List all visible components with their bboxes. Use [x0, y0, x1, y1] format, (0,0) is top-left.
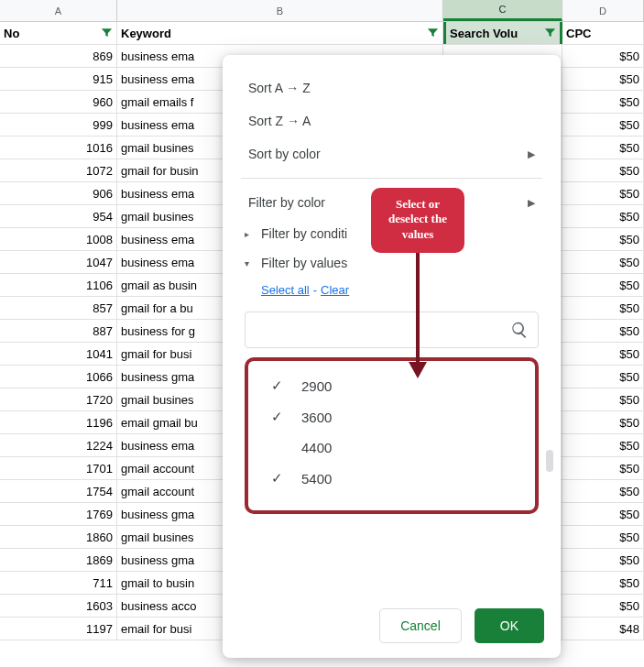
sort-za[interactable]: Sort Z → A — [223, 104, 561, 137]
cell-no[interactable]: 1720 — [0, 388, 117, 410]
cell-no[interactable]: 906 — [0, 182, 117, 204]
header-keyword: Keyword — [117, 22, 443, 44]
cell-cpc[interactable]: $50 — [562, 549, 644, 571]
filter-dropdown: Sort A → Z Sort Z → A Sort by color ▶ Fi… — [223, 55, 561, 658]
filter-by-values[interactable]: ▾ Filter by values — [223, 248, 561, 278]
cell-cpc[interactable]: $50 — [562, 411, 644, 433]
cell-no[interactable]: 1196 — [0, 411, 117, 433]
header-label: Keyword — [121, 27, 171, 40]
submenu-arrow-icon: ▶ — [528, 148, 535, 160]
cell-no[interactable]: 711 — [0, 572, 117, 594]
header-row: No Keyword Search Volu CPC — [0, 22, 644, 45]
colhead-d[interactable]: D — [562, 0, 644, 21]
cell-cpc[interactable]: $50 — [562, 366, 644, 388]
filter-value-item[interactable]: ✓2900 — [256, 370, 528, 401]
menu-label: Filter by conditi — [261, 226, 347, 241]
cell-cpc[interactable]: $48 — [562, 618, 644, 640]
check-icon: ✓ — [268, 409, 285, 425]
filter-value-label: 5400 — [301, 471, 332, 487]
values-box: ✓2900✓36004400✓5400 — [245, 357, 539, 514]
cell-no[interactable]: 954 — [0, 205, 117, 227]
header-label: CPC — [566, 27, 591, 40]
cell-cpc[interactable]: $50 — [562, 434, 644, 456]
cell-cpc[interactable]: $50 — [562, 137, 644, 159]
cell-no[interactable]: 1224 — [0, 434, 117, 456]
cell-no[interactable]: 1041 — [0, 343, 117, 365]
scrollbar-thumb[interactable] — [546, 450, 553, 472]
cell-no[interactable]: 1701 — [0, 457, 117, 479]
cell-cpc[interactable]: $50 — [562, 228, 644, 250]
cell-cpc[interactable]: $50 — [562, 480, 644, 502]
cell-cpc[interactable]: $50 — [562, 205, 644, 227]
search-icon[interactable] — [510, 321, 529, 339]
cell-no[interactable]: 1769 — [0, 503, 117, 525]
cell-cpc[interactable]: $50 — [562, 595, 644, 617]
filter-icon[interactable] — [100, 26, 114, 39]
check-icon: ✓ — [268, 470, 285, 487]
cell-no[interactable]: 1197 — [0, 618, 117, 640]
filter-by-condition[interactable]: ▸ Filter by conditi — [223, 219, 561, 248]
filter-value-item[interactable]: ✓3600 — [256, 401, 528, 432]
cell-cpc[interactable]: $50 — [562, 343, 644, 365]
filter-by-color[interactable]: Filter by color ▶ — [223, 186, 561, 219]
cell-no[interactable]: 1106 — [0, 274, 117, 296]
filter-icon[interactable] — [543, 26, 557, 39]
cell-cpc[interactable]: $50 — [562, 114, 644, 136]
cell-cpc[interactable]: $50 — [562, 503, 644, 525]
cell-no[interactable]: 999 — [0, 114, 117, 136]
cell-no[interactable]: 869 — [0, 45, 117, 67]
cell-cpc[interactable]: $50 — [562, 297, 644, 319]
cell-no[interactable]: 1008 — [0, 228, 117, 250]
colhead-c[interactable]: C — [443, 0, 562, 21]
cell-cpc[interactable]: $50 — [562, 45, 644, 67]
clear-link[interactable]: Clear — [321, 283, 349, 297]
select-all-link[interactable]: Select all — [261, 283, 310, 297]
sort-az[interactable]: Sort A → Z — [223, 71, 561, 104]
cell-cpc[interactable]: $50 — [562, 159, 644, 181]
sort-by-color[interactable]: Sort by color ▶ — [223, 137, 561, 170]
header-label: Search Volu — [450, 27, 518, 40]
cell-cpc[interactable]: $50 — [562, 274, 644, 296]
column-headers-row: A B C D — [0, 0, 644, 22]
expanded-triangle-icon: ▾ — [245, 258, 254, 268]
cell-no[interactable]: 960 — [0, 91, 117, 113]
header-cpc: CPC — [562, 22, 644, 44]
cell-no[interactable]: 1860 — [0, 526, 117, 548]
cell-cpc[interactable]: $50 — [562, 320, 644, 342]
dash: - — [310, 283, 321, 297]
cell-cpc[interactable]: $50 — [562, 68, 644, 90]
menu-label: Sort by color — [248, 147, 321, 161]
value-links: Select all-Clear — [223, 278, 561, 306]
cell-cpc[interactable]: $50 — [562, 572, 644, 594]
check-icon: ✓ — [268, 377, 285, 394]
menu-label: Filter by color — [248, 195, 325, 210]
colhead-a[interactable]: A — [0, 0, 117, 21]
submenu-arrow-icon: ▶ — [528, 197, 535, 209]
header-label: No — [4, 27, 19, 40]
cell-no[interactable]: 1047 — [0, 251, 117, 273]
filter-icon[interactable] — [426, 26, 440, 39]
cell-no[interactable]: 915 — [0, 68, 117, 90]
menu-separator — [241, 178, 542, 179]
cell-cpc[interactable]: $50 — [562, 182, 644, 204]
cell-no[interactable]: 1072 — [0, 159, 117, 181]
colhead-b[interactable]: B — [117, 0, 443, 21]
ok-button[interactable]: OK — [475, 608, 544, 643]
cell-cpc[interactable]: $50 — [562, 388, 644, 410]
cell-no[interactable]: 887 — [0, 320, 117, 342]
cell-no[interactable]: 1603 — [0, 595, 117, 617]
cell-no[interactable]: 1869 — [0, 549, 117, 571]
header-no: No — [0, 22, 117, 44]
cell-cpc[interactable]: $50 — [562, 91, 644, 113]
cell-cpc[interactable]: $50 — [562, 457, 644, 479]
cancel-button[interactable]: Cancel — [379, 608, 462, 643]
filter-search-input[interactable] — [258, 322, 510, 338]
filter-value-item[interactable]: ✓5400 — [256, 463, 528, 494]
cell-no[interactable]: 857 — [0, 297, 117, 319]
filter-value-item[interactable]: 4400 — [256, 432, 528, 463]
cell-no[interactable]: 1016 — [0, 137, 117, 159]
cell-no[interactable]: 1754 — [0, 480, 117, 502]
cell-cpc[interactable]: $50 — [562, 526, 644, 548]
cell-cpc[interactable]: $50 — [562, 251, 644, 273]
cell-no[interactable]: 1066 — [0, 366, 117, 388]
